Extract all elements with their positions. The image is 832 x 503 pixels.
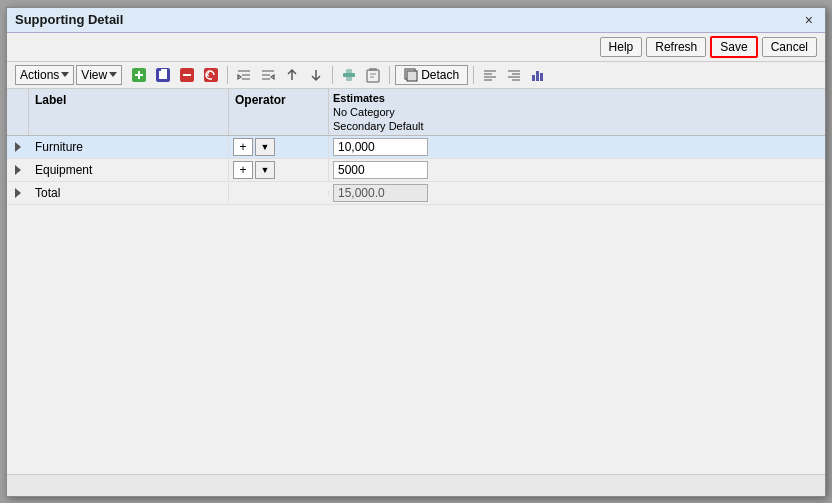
value-input-2[interactable] (333, 161, 428, 179)
dialog-titlebar: Supporting Detail × (7, 8, 825, 33)
chart-button[interactable] (527, 65, 549, 85)
col-estimates-header: Estimates No Category Secondary Default (329, 89, 825, 136)
col-label-header: Label (29, 89, 229, 136)
toolbar-separator-3 (389, 66, 390, 84)
actions-caret-icon (61, 72, 69, 77)
label-text-total: Total (35, 186, 60, 200)
actions-label: Actions (20, 68, 59, 82)
table-row: Equipment + ▼ (7, 159, 825, 182)
expand-icon-2 (15, 165, 21, 175)
dialog-title: Supporting Detail (15, 12, 123, 27)
close-button[interactable]: × (801, 12, 817, 28)
expand-icon-3 (15, 188, 21, 198)
operator-sign-2: + (233, 161, 253, 179)
cell-operator-1: + ▼ (229, 136, 329, 158)
toolbar-separator-2 (332, 66, 333, 84)
label-text-2: Equipment (35, 163, 92, 177)
total-value-display (333, 184, 428, 202)
toolbar-separator-4 (473, 66, 474, 84)
delete-row-button[interactable] (176, 65, 198, 85)
cell-label-total: Total (29, 183, 229, 203)
operator-dropdown-2[interactable]: ▼ (255, 161, 275, 179)
cell-label-1: Furniture (29, 137, 229, 157)
operator-caret-1: ▼ (261, 142, 270, 152)
undo-button[interactable] (200, 65, 222, 85)
col-expander-header (7, 89, 29, 136)
move-down-button[interactable] (305, 65, 327, 85)
refresh-button[interactable]: Refresh (646, 37, 706, 57)
svg-rect-12 (540, 73, 543, 81)
svg-rect-11 (536, 71, 539, 81)
cell-value-1 (329, 136, 825, 158)
bottom-bar (7, 474, 825, 496)
align-left-button[interactable] (479, 65, 501, 85)
help-button[interactable]: Help (600, 37, 643, 57)
svg-rect-9 (407, 71, 417, 81)
detach-button[interactable]: Detach (395, 65, 468, 85)
estimates-sub1: No Category (333, 105, 821, 119)
cell-value-total (329, 182, 825, 204)
actions-toolbar: Actions View (7, 62, 825, 89)
save-button[interactable]: Save (710, 36, 757, 58)
svg-rect-10 (532, 75, 535, 81)
content-area: Label Operator Estimates No Category Sec… (7, 89, 825, 474)
view-label: View (81, 68, 107, 82)
supporting-detail-dialog: Supporting Detail × Help Refresh Save Ca… (6, 7, 826, 497)
copy-row-button[interactable] (152, 65, 174, 85)
operator-sign-1: + (233, 138, 253, 156)
top-toolbar: Help Refresh Save Cancel (7, 33, 825, 62)
align-right-button[interactable] (503, 65, 525, 85)
cell-label-2: Equipment (29, 160, 229, 180)
estimates-sub2: Secondary Default (333, 119, 821, 133)
table-area: Furniture + ▼ Equipment (7, 136, 825, 473)
add-row-button[interactable] (128, 65, 150, 85)
col-operator-header: Operator (229, 89, 329, 136)
paste-button[interactable] (362, 65, 384, 85)
toolbar-separator-1 (227, 66, 228, 84)
svg-rect-5 (346, 69, 352, 81)
freeze-button[interactable] (338, 65, 360, 85)
move-up-button[interactable] (281, 65, 303, 85)
row-expander-1[interactable] (7, 142, 29, 152)
svg-rect-7 (367, 70, 379, 82)
detach-label: Detach (421, 68, 459, 82)
row-expander-2[interactable] (7, 165, 29, 175)
view-caret-icon (109, 72, 117, 77)
table-row: Furniture + ▼ (7, 136, 825, 159)
label-text-1: Furniture (35, 140, 83, 154)
cell-operator-2: + ▼ (229, 159, 329, 181)
table-row-total: Total (7, 182, 825, 205)
cell-value-2 (329, 159, 825, 181)
view-menu[interactable]: View (76, 65, 122, 85)
row-expander-3[interactable] (7, 188, 29, 198)
operator-dropdown-1[interactable]: ▼ (255, 138, 275, 156)
cell-operator-total (229, 191, 329, 195)
expand-icon-1 (15, 142, 21, 152)
cancel-button[interactable]: Cancel (762, 37, 817, 57)
indent-button[interactable] (233, 65, 255, 85)
column-header-row: Label Operator Estimates No Category Sec… (7, 89, 825, 137)
actions-menu[interactable]: Actions (15, 65, 74, 85)
outdent-button[interactable] (257, 65, 279, 85)
estimates-title: Estimates (333, 91, 821, 105)
operator-caret-2: ▼ (261, 165, 270, 175)
value-input-1[interactable] (333, 138, 428, 156)
